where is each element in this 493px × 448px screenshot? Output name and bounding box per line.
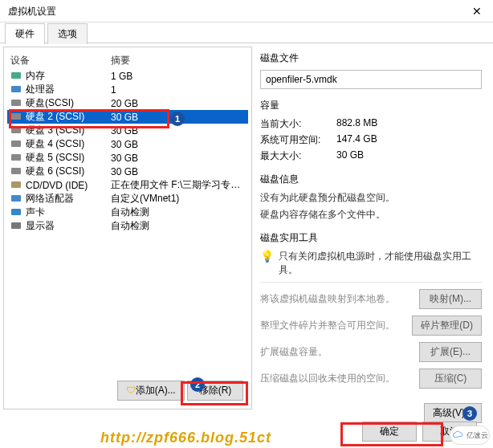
- close-icon[interactable]: ✕: [461, 0, 493, 22]
- device-summary: 30 GB: [111, 125, 245, 136]
- titlebar: 虚拟机设置 ✕: [0, 0, 493, 22]
- device-summary: 30 GB: [111, 139, 245, 150]
- bulb-icon: 💡: [260, 250, 274, 263]
- disk-file-label: 磁盘文件: [260, 51, 482, 65]
- expand-button[interactable]: 扩展(E)...: [419, 342, 482, 362]
- table-row[interactable]: 硬盘 4 (SCSI)30 GB: [7, 137, 248, 151]
- svg-rect-3: [11, 113, 21, 120]
- svg-rect-0: [11, 72, 21, 79]
- table-row[interactable]: 硬盘(SCSI)20 GB: [7, 96, 248, 110]
- device-summary: 自定义(VMnet1): [111, 192, 245, 206]
- disk-info-2: 硬盘内容存储在多个文件中。: [260, 208, 482, 222]
- disk-icon: [10, 125, 23, 136]
- compact-label: 压缩磁盘以回收未使用的空间。: [260, 372, 395, 385]
- device-summary: 1: [111, 84, 245, 96]
- disk-file-field[interactable]: openfiler-5.vmdk: [260, 70, 482, 89]
- svg-rect-11: [11, 222, 21, 229]
- annotation-1: 1: [170, 112, 185, 126]
- device-name: 声卡: [26, 206, 111, 219]
- svg-rect-8: [11, 181, 21, 188]
- device-list: 内存1 GB处理器1硬盘(SCSI)20 GB硬盘 2 (SCSI)30 GB硬…: [7, 69, 248, 374]
- device-name: 硬盘(SCSI): [26, 96, 111, 110]
- device-header: 设备 摘要: [7, 52, 248, 69]
- device-name: 硬盘 4 (SCSI): [26, 137, 111, 151]
- snd-icon: [10, 207, 23, 218]
- free-space-value: 147.4 GB: [336, 133, 377, 147]
- table-row[interactable]: 内存1 GB: [7, 69, 248, 83]
- disk-icon: [10, 112, 23, 123]
- svg-rect-9: [11, 195, 21, 202]
- svg-rect-4: [11, 127, 21, 133]
- disk-icon: [10, 139, 23, 150]
- device-summary: 自动检测: [111, 206, 245, 219]
- device-name: 显示器: [26, 219, 111, 233]
- disk-util-label: 磁盘实用工具: [260, 231, 482, 245]
- table-row[interactable]: 硬盘 5 (SCSI)30 GB: [7, 151, 248, 165]
- watermark: 亿速云: [450, 426, 490, 445]
- col-device: 设备: [10, 54, 111, 67]
- device-name: 硬盘 5 (SCSI): [26, 151, 111, 165]
- tab-options[interactable]: 选项: [47, 23, 88, 44]
- compact-button[interactable]: 压缩(C): [419, 369, 482, 389]
- map-button[interactable]: 映射(M)...: [419, 289, 482, 309]
- ok-button[interactable]: 确定: [362, 422, 417, 442]
- table-row[interactable]: 硬盘 3 (SCSI)30 GB: [7, 124, 248, 137]
- disp-icon: [10, 221, 23, 232]
- svg-rect-10: [11, 209, 21, 215]
- cd-icon: [10, 180, 23, 191]
- svg-rect-5: [11, 141, 21, 147]
- disk-info-1: 没有为此硬盘预分配磁盘空间。: [260, 191, 482, 205]
- detail-panel: 磁盘文件 openfiler-5.vmdk 容量 当前大小:882.8 MB 系…: [252, 47, 490, 409]
- disk-info-label: 磁盘信息: [260, 173, 482, 186]
- device-name: 网络适配器: [26, 192, 111, 206]
- tab-hardware[interactable]: 硬件: [5, 23, 45, 44]
- tabs: 硬件 选项: [0, 22, 493, 43]
- device-summary: 正在使用文件 F:\三期学习专栏\VMW...: [111, 178, 245, 192]
- device-name: 处理器: [26, 83, 111, 96]
- device-name: CD/DVD (IDE): [26, 180, 111, 191]
- annotation-3: 3: [462, 406, 477, 421]
- device-name: 硬盘 2 (SCSI): [26, 110, 111, 124]
- table-row[interactable]: 声卡自动检测: [7, 206, 248, 219]
- device-name: 内存: [26, 69, 111, 83]
- annotation-2: 2: [190, 377, 205, 392]
- table-row[interactable]: 显示器自动检测: [7, 219, 248, 233]
- current-size-label: 当前大小:: [260, 117, 336, 131]
- disk-icon: [10, 153, 23, 164]
- defrag-label: 整理文件碎片并整合可用空间。: [260, 319, 395, 332]
- free-space-label: 系统可用空间:: [260, 133, 336, 147]
- svg-rect-1: [11, 86, 21, 92]
- svg-rect-6: [11, 154, 21, 161]
- defrag-button[interactable]: 碎片整理(D): [412, 316, 482, 336]
- device-buttons: 🛡添加(A)... 移除(R): [7, 374, 248, 404]
- device-summary: 30 GB: [111, 166, 245, 177]
- device-name: 硬盘 6 (SCSI): [26, 165, 111, 178]
- net-icon: [10, 193, 23, 205]
- svg-rect-7: [11, 168, 21, 174]
- table-row[interactable]: 硬盘 6 (SCSI)30 GB: [7, 165, 248, 178]
- window-title: 虚拟机设置: [8, 0, 56, 22]
- device-summary: 1 GB: [111, 71, 245, 82]
- disk-icon: [10, 166, 23, 177]
- device-summary: 20 GB: [111, 98, 245, 109]
- table-row[interactable]: 硬盘 2 (SCSI)30 GB: [7, 110, 248, 124]
- add-button[interactable]: 🛡添加(A)...: [117, 381, 185, 401]
- col-summary: 摘要: [111, 54, 245, 67]
- disk-icon: [10, 98, 23, 109]
- disk-util-hint: 💡 只有关闭虚拟机电源时，才能使用磁盘实用工具。: [260, 250, 482, 277]
- table-row[interactable]: 处理器1: [7, 83, 248, 96]
- expand-label: 扩展磁盘容量。: [260, 345, 328, 359]
- device-summary: 30 GB: [111, 153, 245, 164]
- map-label: 将该虚拟机磁盘映射到本地卷。: [260, 292, 395, 306]
- cpu-icon: [10, 84, 23, 96]
- table-row[interactable]: CD/DVD (IDE)正在使用文件 F:\三期学习专栏\VMW...: [7, 178, 248, 192]
- max-size-value: 30 GB: [336, 149, 364, 163]
- capacity-label: 容量: [260, 99, 482, 112]
- current-size-value: 882.8 MB: [336, 117, 377, 131]
- device-panel: 设备 摘要 内存1 GB处理器1硬盘(SCSI)20 GB硬盘 2 (SCSI)…: [3, 47, 252, 409]
- mem-icon: [10, 71, 23, 82]
- table-row[interactable]: 网络适配器自定义(VMnet1): [7, 192, 248, 206]
- device-name: 硬盘 3 (SCSI): [26, 124, 111, 137]
- overlay-url: http://zpf666.blog.51ct: [100, 430, 271, 446]
- device-summary: 自动检测: [111, 219, 245, 233]
